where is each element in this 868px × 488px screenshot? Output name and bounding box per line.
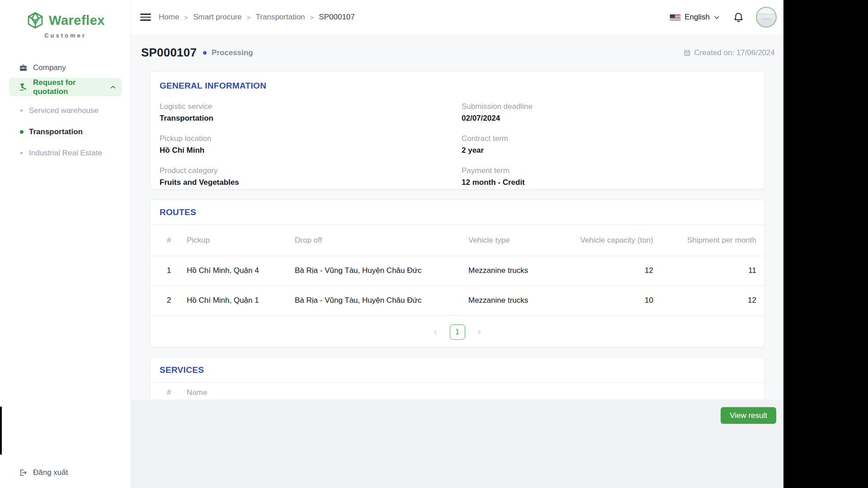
breadcrumb-home[interactable]: Home (159, 13, 179, 22)
field-label: Pickup location (160, 134, 462, 143)
field-value: Hồ Chí Minh (160, 146, 462, 155)
bullet-icon (20, 109, 23, 112)
field-pickup-location: Pickup location Hồ Chí Minh (160, 134, 462, 155)
sidebar-item-industrial-real-estate[interactable]: Industrial Real Estate (9, 142, 122, 164)
screen-right-black-region (783, 0, 868, 488)
sidebar-item-label: Serviced warehouse (29, 106, 99, 115)
page-content: GENERAL INFORMATION Logistic service Tra… (131, 71, 783, 429)
view-result-button[interactable]: View result (721, 407, 776, 424)
col-name: Name (177, 388, 207, 397)
field-value: Transportation (160, 114, 462, 123)
pagination-prev-icon[interactable]: ‹ (434, 327, 437, 337)
routes-title: ROUTES (160, 207, 755, 217)
breadcrumb-current: SP000107 (319, 13, 354, 22)
field-label: Payment term (462, 166, 755, 175)
col-pickup: Pickup (177, 225, 285, 256)
cell-dropoff: Bà Rịa - Vũng Tàu, Huyện Châu Đức (285, 256, 459, 286)
created-on-label: Created on: 17/06/2024 (694, 48, 775, 57)
brand-logo: Wareflex Customer (0, 11, 131, 39)
col-index: # (150, 388, 177, 397)
bullet-icon (20, 130, 24, 134)
logout-icon (19, 469, 27, 477)
sidebar-item-label: Request for quotation (33, 78, 110, 96)
us-flag-icon (670, 14, 681, 21)
language-label: English (684, 13, 710, 22)
main-area: Home > Smart procure > Transportation > … (131, 0, 783, 488)
breadcrumb-separator: > (310, 14, 314, 21)
general-information-title: GENERAL INFORMATION (160, 81, 755, 91)
general-information-fields: Logistic service Transportation Submissi… (160, 102, 755, 187)
gavel-icon (19, 83, 28, 91)
cell-index: 2 (150, 286, 177, 315)
field-value: 2 year (462, 146, 755, 155)
logout-label: Đăng xuất (33, 468, 68, 477)
cell-pickup: Hồ Chí Minh, Quận 4 (177, 256, 285, 286)
field-product-category: Product category Fruits and Vegetables (160, 166, 462, 187)
app-screen: Wareflex Customer Company (0, 0, 868, 488)
breadcrumb-transportation[interactable]: Transportation (256, 13, 305, 22)
general-information-card: GENERAL INFORMATION Logistic service Tra… (150, 71, 765, 190)
cell-vehicle-type: Mezzanine trucks (459, 256, 572, 286)
bullet-icon (20, 152, 23, 154)
cell-vehicle-capacity: 12 (572, 256, 653, 286)
sidebar-item-transportation[interactable]: Transportation (9, 121, 122, 142)
col-vehicle-type: Vehicle type (459, 225, 572, 256)
field-value: Fruits and Vegetables (160, 178, 462, 187)
field-value: 12 month - Credit (462, 178, 755, 187)
hamburger-menu-icon[interactable] (140, 12, 151, 23)
brand-subtitle: Customer (44, 32, 86, 39)
pagination-page-1[interactable]: 1 (450, 324, 465, 340)
routes-header-row: # Pickup Drop off Vehicle type Vehicle c… (150, 225, 764, 256)
col-shipment-per-month: Shipment per month (653, 225, 764, 256)
field-label: Submission deadline (462, 102, 755, 111)
rfq-subnav: Serviced warehouse Transportation Indust… (9, 100, 122, 164)
cell-pickup: Hồ Chí Minh, Quận 1 (177, 286, 285, 315)
language-selector[interactable]: English (670, 13, 720, 22)
chevron-down-icon (713, 14, 720, 21)
field-label: Contract term (462, 134, 755, 143)
table-row: 1 Hồ Chí Minh, Quận 4 Bà Rịa - Vũng Tàu,… (150, 256, 764, 286)
user-avatar[interactable] (756, 7, 777, 28)
topbar-right-cluster: English (670, 7, 777, 28)
sidebar: Wareflex Customer Company (0, 0, 131, 488)
cell-shipment-per-month: 11 (653, 256, 764, 286)
breadcrumb: Home > Smart procure > Transportation > … (159, 13, 355, 22)
sidebar-nav: Company Request for quotation (0, 58, 131, 164)
cell-vehicle-capacity: 10 (572, 286, 653, 315)
col-dropoff: Drop off (285, 225, 459, 256)
notification-bell-icon[interactable] (733, 12, 744, 23)
field-payment-term: Payment term 12 month - Credit (462, 166, 755, 187)
breadcrumb-smart-procure[interactable]: Smart procure (193, 13, 242, 22)
pagination-next-icon[interactable]: › (478, 327, 481, 337)
sidebar-item-label: Transportation (29, 127, 83, 136)
field-logistic-service: Logistic service Transportation (160, 102, 462, 123)
routes-pagination: ‹ 1 › (150, 315, 764, 347)
col-vehicle-capacity: Vehicle capacity (ton) (572, 225, 653, 256)
cell-vehicle-type: Mezzanine trucks (459, 286, 572, 315)
field-contract-term: Contract term 2 year (462, 134, 755, 155)
footer-action-bar: View result (131, 399, 783, 488)
sidebar-item-request-for-quotation[interactable]: Request for quotation (9, 78, 122, 96)
logout-button[interactable]: Đăng xuất (0, 464, 131, 482)
screen-left-black-artifact (0, 407, 2, 455)
chevron-up-icon (110, 84, 116, 90)
field-submission-deadline: Submission deadline 02/07/2024 (462, 102, 755, 123)
calendar-icon (684, 49, 691, 56)
briefcase-icon (19, 64, 28, 72)
breadcrumb-separator: > (184, 14, 188, 21)
page-title-row: SP000107 Processing Created on: 17/06/20… (131, 34, 783, 71)
status-badge: Processing (212, 48, 253, 57)
routes-table: # Pickup Drop off Vehicle type Vehicle c… (150, 225, 764, 315)
field-label: Product category (160, 166, 462, 175)
cell-shipment-per-month: 12 (653, 286, 764, 315)
topbar: Home > Smart procure > Transportation > … (131, 0, 783, 34)
wareflex-cube-icon (26, 11, 45, 30)
col-index: # (150, 225, 177, 256)
breadcrumb-separator: > (247, 14, 251, 21)
page-title: SP000107 (141, 46, 197, 60)
table-row: 2 Hồ Chí Minh, Quận 1 Bà Rịa - Vũng Tàu,… (150, 286, 764, 315)
services-title: SERVICES (160, 365, 755, 375)
sidebar-item-serviced-warehouse[interactable]: Serviced warehouse (9, 100, 122, 121)
sidebar-item-company[interactable]: Company (9, 58, 122, 78)
cell-index: 1 (150, 256, 177, 286)
